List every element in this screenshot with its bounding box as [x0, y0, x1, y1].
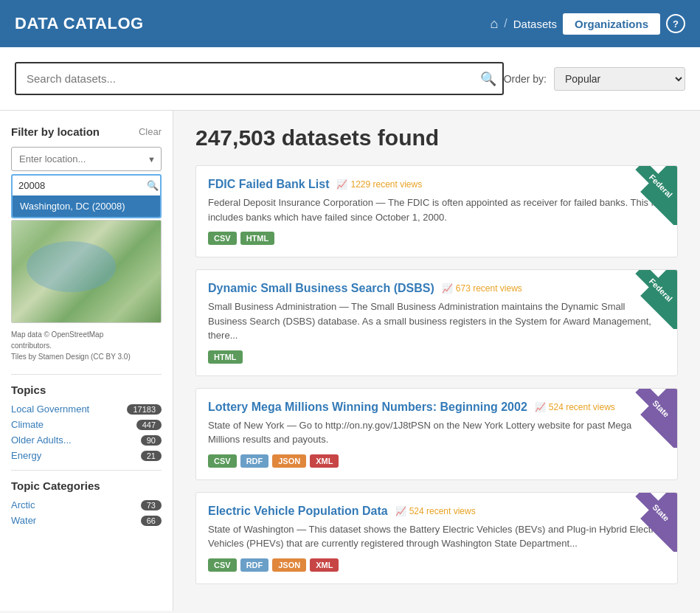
topic-item[interactable]: Energy21 [11, 450, 162, 461]
divider2 [11, 470, 162, 471]
dataset-item: State Lottery Mega Millions Winning Numb… [195, 388, 678, 480]
topic-category-item[interactable]: Arctic73 [11, 499, 162, 510]
location-input[interactable] [11, 147, 162, 171]
location-search-icon: 🔍 [147, 180, 159, 191]
search-section: 🔍 Order by: Popular Relevance Last Modif… [0, 47, 700, 111]
views-badge: 📈 673 recent views [442, 283, 522, 294]
location-search-input[interactable] [18, 180, 142, 191]
dataset-description: Federal Deposit Insurance Corporation — … [208, 195, 665, 224]
order-by-label: Order by: [504, 73, 547, 85]
ribbon: Federal [618, 166, 677, 225]
location-suggestion[interactable]: Washington, DC (20008) [13, 195, 160, 217]
order-by-select[interactable]: Popular Relevance Last Modified Name Asc… [554, 67, 685, 91]
tag-rdf: RDF [240, 558, 269, 572]
ribbon-text: Federal [635, 166, 677, 212]
tag-row: CSVHTML [208, 232, 665, 245]
dataset-title-row: Electric Vehicle Population Data 📈 524 r… [208, 505, 665, 518]
topic-count: 90 [141, 435, 162, 446]
filter-title: Filter by location [11, 125, 100, 138]
category-count: 73 [141, 500, 162, 510]
map-area [11, 220, 162, 323]
views-count: 524 recent views [409, 506, 476, 516]
ribbon: State [618, 493, 677, 552]
topic-name: Local Government [11, 404, 89, 415]
dataset-title[interactable]: FDIC Failed Bank List [208, 178, 329, 191]
ribbon-text: State [635, 493, 677, 538]
help-icon[interactable]: ? [666, 14, 685, 33]
topics-title: Topics [11, 384, 162, 396]
tag-csv: CSV [208, 558, 237, 572]
ribbon: State [618, 389, 677, 448]
map-attr-text1: Map data © OpenStreetMap [11, 330, 103, 339]
sidebar: Filter by location Clear ▼ 🔍 Washington,… [0, 111, 173, 611]
dataset-title-row: FDIC Failed Bank List 📈 1229 recent view… [208, 178, 665, 191]
topic-item[interactable]: Older Adults...90 [11, 434, 162, 446]
header-nav: ⌂ / Datasets Organizations ? [490, 13, 685, 35]
views-badge: 📈 524 recent views [395, 506, 476, 516]
topic-name: Older Adults... [11, 434, 72, 446]
dataset-title-row: Dynamic Small Business Search (DSBS) 📈 6… [208, 282, 665, 295]
tag-json: JSON [272, 558, 306, 572]
search-button[interactable]: 🔍 [480, 71, 496, 87]
trending-icon: 📈 [395, 506, 406, 516]
views-count: 1229 recent views [350, 179, 422, 190]
trending-icon: 📈 [535, 402, 546, 412]
datasets-link[interactable]: Datasets [513, 18, 557, 30]
dataset-item: State Electric Vehicle Population Data 📈… [195, 492, 678, 584]
tag-row: HTML [208, 350, 665, 364]
tag-html: HTML [208, 350, 243, 364]
topic-categories-title: Topic Categories [11, 479, 162, 492]
dataset-description: State of New York — Go to http://on.ny.g… [208, 418, 665, 447]
dataset-title-row: Lottery Mega Millions Winning Numbers: B… [208, 401, 665, 414]
topic-count: 17183 [127, 404, 162, 415]
dataset-title[interactable]: Lottery Mega Millions Winning Numbers: B… [208, 401, 527, 414]
tag-csv: CSV [208, 232, 237, 245]
site-title: DATA CATALOG [15, 14, 144, 33]
tag-xml: XML [310, 558, 339, 572]
dataset-description: State of Washington — This dataset shows… [208, 522, 665, 551]
topic-item[interactable]: Local Government17183 [11, 404, 162, 415]
filter-header: Filter by location Clear [11, 125, 162, 138]
main-container: Filter by location Clear ▼ 🔍 Washington,… [0, 111, 700, 611]
home-icon[interactable]: ⌂ [490, 16, 498, 32]
tag-csv: CSV [208, 454, 237, 468]
search-input[interactable] [15, 62, 504, 95]
views-count: 673 recent views [456, 283, 522, 294]
order-by-section: Order by: Popular Relevance Last Modifie… [504, 67, 685, 91]
topic-categories-list: Arctic73Water66 [11, 499, 162, 526]
views-badge: 📈 1229 recent views [336, 179, 422, 190]
organizations-button[interactable]: Organizations [563, 13, 660, 35]
topic-name: Climate [11, 419, 44, 430]
tag-row: CSVRDFJSONXML [208, 454, 665, 468]
ribbon-text: State [635, 389, 677, 434]
ribbon: Federal [618, 270, 677, 329]
tag-html: HTML [240, 232, 275, 245]
topics-list: Local Government17183Climate447Older Adu… [11, 404, 162, 461]
category-name: Water [11, 515, 36, 526]
tag-json: JSON [272, 454, 306, 468]
topic-item[interactable]: Climate447 [11, 419, 162, 430]
tag-xml: XML [310, 454, 339, 468]
location-search-box: 🔍 Washington, DC (20008) [11, 174, 162, 218]
tag-row: CSVRDFJSONXML [208, 558, 665, 572]
divider [11, 374, 162, 375]
views-count: 524 recent views [549, 402, 615, 412]
category-name: Arctic [11, 499, 35, 510]
datasets-list: Federal FDIC Failed Bank List 📈 1229 rec… [195, 165, 678, 584]
map-attr-text3: Tiles by Stamen Design (CC BY 3.0) [11, 353, 131, 361]
topic-count: 447 [136, 420, 162, 430]
dropdown-arrow-icon: ▼ [148, 155, 156, 164]
location-input-wrapper: ▼ [11, 147, 162, 171]
tag-rdf: RDF [240, 454, 269, 468]
search-wrapper: 🔍 [15, 62, 504, 95]
map-attribution: Map data © OpenStreetMap contributors. T… [11, 329, 162, 362]
topic-count: 21 [141, 451, 162, 461]
topic-category-item[interactable]: Water66 [11, 515, 162, 526]
dataset-item: Federal FDIC Failed Bank List 📈 1229 rec… [195, 165, 678, 257]
dataset-title[interactable]: Dynamic Small Business Search (DSBS) [208, 282, 434, 295]
results-count: 247,503 datasets found [195, 125, 678, 150]
map-attr-text2: contributors. [11, 342, 52, 350]
ribbon-text: Federal [635, 270, 677, 316]
dataset-title[interactable]: Electric Vehicle Population Data [208, 505, 388, 518]
clear-link[interactable]: Clear [139, 126, 162, 137]
